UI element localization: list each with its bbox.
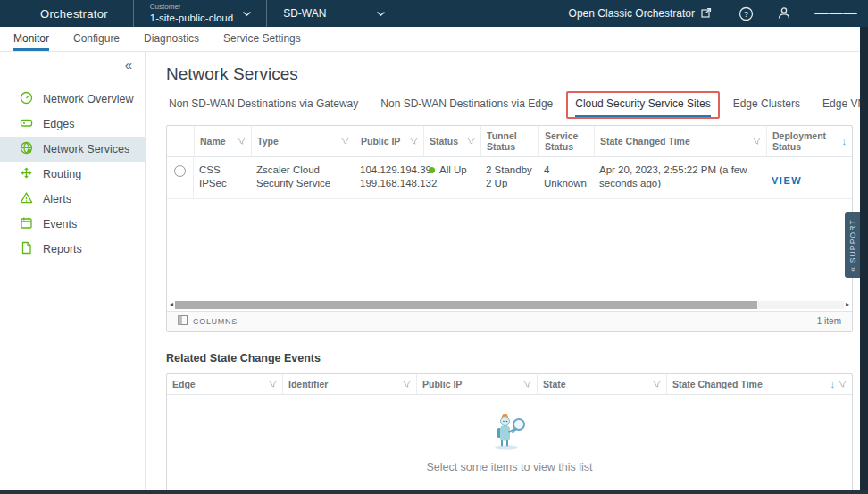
help-icon[interactable]: ? <box>739 6 754 21</box>
col-status[interactable]: Status <box>423 126 480 156</box>
sidebar-item-routing[interactable]: Routing <box>0 162 145 187</box>
empty-state-illustration <box>488 414 531 455</box>
cell-status: All Up <box>423 157 480 198</box>
col-state-changed-time[interactable]: State Changed Time <box>594 126 766 156</box>
window-right-edge <box>860 27 868 494</box>
filter-icon[interactable] <box>341 136 349 147</box>
col-type[interactable]: Type <box>251 126 355 156</box>
main-content: Network Services Non SD-WAN Destinations… <box>146 52 868 494</box>
routing-icon <box>20 166 33 182</box>
events-table-header: Edge Identifier Public IP State <box>167 374 852 395</box>
col-public-ip[interactable]: Public IP <box>355 126 423 156</box>
page-title: Network Services <box>166 64 868 84</box>
nav-tab-configure[interactable]: Configure <box>73 27 120 51</box>
tab-nsd-via-edge[interactable]: Non SD-WAN Destinations via Edge <box>380 97 553 118</box>
tab-nsd-via-gateway[interactable]: Non SD-WAN Destinations via Gateway <box>169 97 358 118</box>
product-dropdown[interactable]: SD-WAN <box>267 7 376 20</box>
nav-tab-service-settings[interactable]: Service Settings <box>223 27 301 51</box>
sidebar-item-network-services[interactable]: Network Services <box>0 137 145 162</box>
sidebar-item-events[interactable]: Events <box>0 212 145 237</box>
open-classic-label: Open Classic Orchestrator <box>569 7 695 20</box>
services-table-footer: COLUMNS 1 item <box>167 311 852 331</box>
filter-icon[interactable] <box>410 136 418 147</box>
sidebar-item-network-overview[interactable]: Network Overview <box>0 87 145 112</box>
sort-descending-icon[interactable]: ↓ <box>842 136 847 147</box>
col-tunnel-status[interactable]: Tunnel Status <box>480 126 538 156</box>
nav-tab-monitor[interactable]: Monitor <box>13 27 49 51</box>
sidebar-item-alerts[interactable]: Alerts <box>0 187 145 212</box>
sidebar-item-reports[interactable]: Reports <box>0 237 145 262</box>
filter-icon[interactable] <box>269 379 277 389</box>
customer-value: 1-site-public-cloud <box>150 12 233 24</box>
sidebar-item-label: Alerts <box>43 193 71 205</box>
user-icon[interactable] <box>777 6 791 21</box>
filter-icon[interactable] <box>653 379 661 389</box>
network-services-tabs: Non SD-WAN Destinations via Gateway Non … <box>166 97 868 118</box>
filter-icon[interactable] <box>753 136 761 147</box>
support-tab-label: « SUPPORT <box>848 219 857 272</box>
customer-dropdown[interactable]: Customer 1-site-public-cloud <box>134 1 242 26</box>
app-window: Orchestrator Customer 1-site-public-clou… <box>0 0 868 494</box>
filter-icon[interactable] <box>523 379 531 389</box>
col-deployment-status[interactable]: Deployment Status ↓ <box>766 126 852 156</box>
gauge-icon <box>20 91 33 107</box>
sort-descending-icon[interactable]: ↓ <box>830 379 836 389</box>
scrollbar-thumb[interactable] <box>175 301 757 309</box>
col-public-ip[interactable]: Public IP <box>416 374 537 394</box>
col-state[interactable]: State <box>537 374 666 394</box>
col-name[interactable]: Name <box>194 126 251 156</box>
cell-state-changed-time: Apr 20, 2023, 2:55:22 PM (a few seconds … <box>594 157 766 198</box>
cell-type: Zscaler Cloud Security Service <box>251 157 355 198</box>
sidebar-collapse-icon[interactable]: « <box>0 57 145 72</box>
sidebar-item-label: Reports <box>43 243 82 255</box>
empty-state-text: Select some items to view this list <box>426 461 592 473</box>
chevron-down-icon[interactable] <box>376 11 386 17</box>
related-events-table: Edge Identifier Public IP State <box>166 373 853 494</box>
alert-triangle-icon <box>20 191 33 207</box>
sidebar-item-label: Edges <box>43 118 74 130</box>
open-classic-orchestrator-link[interactable]: Open Classic Orchestrator <box>569 7 712 21</box>
status-up-dot <box>429 167 435 173</box>
col-state-changed-time[interactable]: State Changed Time ↓ <box>666 374 852 394</box>
top-header-bar: Orchestrator Customer 1-site-public-clou… <box>0 0 868 27</box>
filter-icon[interactable] <box>467 136 475 147</box>
tab-edge-clusters[interactable]: Edge Clusters <box>733 97 800 118</box>
primary-nav: Monitor Configure Diagnostics Service Se… <box>0 27 868 52</box>
sidebar-item-edges[interactable]: Edges <box>0 112 145 137</box>
document-icon <box>20 241 33 257</box>
row-radio-button[interactable] <box>174 165 186 177</box>
sidebar: « Network Overview Edges Network Service… <box>0 52 146 494</box>
events-empty-state: Select some items to view this list <box>167 395 852 493</box>
svg-text:?: ? <box>744 8 748 18</box>
services-table-header: Name Type Public IP Status <box>167 126 852 157</box>
filter-icon[interactable] <box>403 379 411 389</box>
table-row[interactable]: CSS IPSec Zscaler Cloud Security Service… <box>167 157 852 199</box>
row-select-cell <box>167 157 194 198</box>
menu-icon[interactable] <box>814 10 857 17</box>
cell-deployment-status: VIEW <box>766 157 852 198</box>
filter-icon[interactable] <box>238 136 246 147</box>
scrollbar-track[interactable] <box>175 301 844 309</box>
nav-tab-diagnostics[interactable]: Diagnostics <box>144 27 199 51</box>
scroll-right-icon[interactable]: ▸ <box>846 301 849 308</box>
scroll-left-icon[interactable]: ◂ <box>170 301 173 308</box>
columns-button[interactable]: COLUMNS <box>178 315 238 327</box>
horizontal-scrollbar[interactable]: ◂ ▸ <box>167 299 852 311</box>
sidebar-item-label: Routing <box>43 168 81 180</box>
filter-icon[interactable] <box>839 379 847 389</box>
cell-name: CSS IPSec <box>194 157 251 198</box>
table-empty-space <box>167 199 852 299</box>
tab-cloud-security-service-sites[interactable]: Cloud Security Service Sites <box>575 97 710 118</box>
col-service-status[interactable]: Service Status <box>538 126 594 156</box>
sidebar-item-label: Network Services <box>43 143 129 155</box>
external-link-icon <box>701 7 712 21</box>
cell-tunnel-status: 2 Standby 2 Up <box>480 157 538 198</box>
chevron-down-icon[interactable] <box>242 11 252 17</box>
view-link[interactable]: VIEW <box>772 174 802 187</box>
window-bottom-edge <box>0 490 868 494</box>
globe-services-icon <box>20 141 33 157</box>
support-tab[interactable]: « SUPPORT <box>845 212 860 278</box>
col-identifier[interactable]: Identifier <box>282 374 416 394</box>
related-events-title: Related State Change Events <box>166 352 868 364</box>
col-edge[interactable]: Edge <box>167 374 282 394</box>
